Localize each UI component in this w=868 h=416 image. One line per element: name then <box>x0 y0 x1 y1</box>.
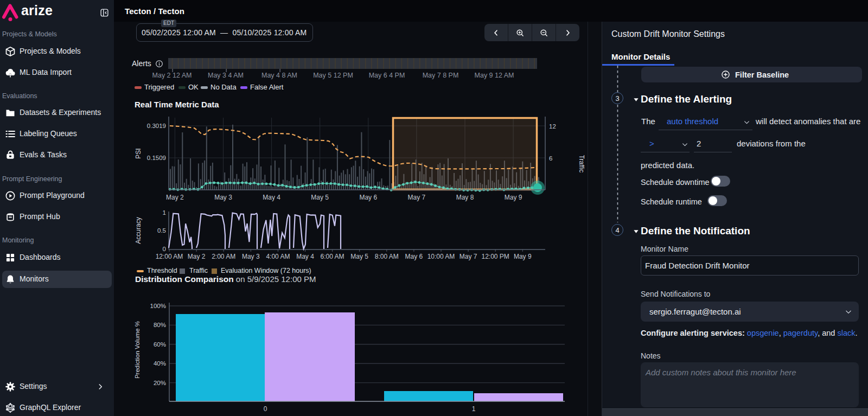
svg-text:10:00 AM: 10:00 AM <box>427 253 455 260</box>
svg-text:6:00 AM: 6:00 AM <box>321 253 344 260</box>
svg-text:60%: 60% <box>154 341 166 348</box>
svg-text:May 3: May 3 <box>242 253 260 260</box>
svg-text:May 6: May 6 <box>359 194 377 201</box>
svg-text:May 7: May 7 <box>459 253 477 260</box>
svg-text:40%: 40% <box>154 360 166 367</box>
svg-text:12:00 AM: 12:00 AM <box>156 253 183 260</box>
svg-text:1: 1 <box>472 405 476 413</box>
svg-text:12:00 PM: 12:00 PM <box>482 253 509 260</box>
svg-text:100%: 100% <box>150 303 166 309</box>
svg-text:6: 6 <box>549 155 552 162</box>
svg-text:Prediction Volume %: Prediction Volume % <box>134 321 141 379</box>
svg-text:May 9: May 9 <box>514 253 532 260</box>
svg-text:May 4: May 4 <box>296 253 314 260</box>
svg-text:Accuracy: Accuracy <box>135 217 142 244</box>
svg-text:May 5: May 5 <box>350 253 368 260</box>
svg-text:Traffic: Traffic <box>578 155 585 173</box>
svg-text:0: 0 <box>264 405 267 413</box>
svg-text:1: 1 <box>163 209 166 216</box>
svg-text:0.3019: 0.3019 <box>147 123 166 129</box>
svg-text:4:00 AM: 4:00 AM <box>266 253 290 260</box>
svg-text:May 3: May 3 <box>214 194 232 201</box>
svg-text:0.5: 0.5 <box>157 227 166 234</box>
svg-text:May 5: May 5 <box>311 194 329 201</box>
svg-text:12: 12 <box>549 123 556 130</box>
svg-text:80%: 80% <box>154 322 166 328</box>
svg-text:May 9: May 9 <box>505 194 522 201</box>
svg-text:May 7: May 7 <box>408 194 426 201</box>
svg-text:May 2: May 2 <box>166 194 184 201</box>
svg-text:May 2: May 2 <box>188 253 206 260</box>
svg-text:20%: 20% <box>154 380 166 386</box>
svg-text:PSI: PSI <box>135 148 142 158</box>
svg-text:May 6: May 6 <box>405 253 423 260</box>
svg-text:0.1509: 0.1509 <box>147 155 166 161</box>
svg-text:May 4: May 4 <box>263 194 280 201</box>
svg-text:0: 0 <box>163 246 166 252</box>
svg-text:8:00 AM: 8:00 AM <box>375 253 399 260</box>
svg-text:2:00 AM: 2:00 AM <box>212 253 235 260</box>
svg-text:May 8: May 8 <box>456 194 474 201</box>
